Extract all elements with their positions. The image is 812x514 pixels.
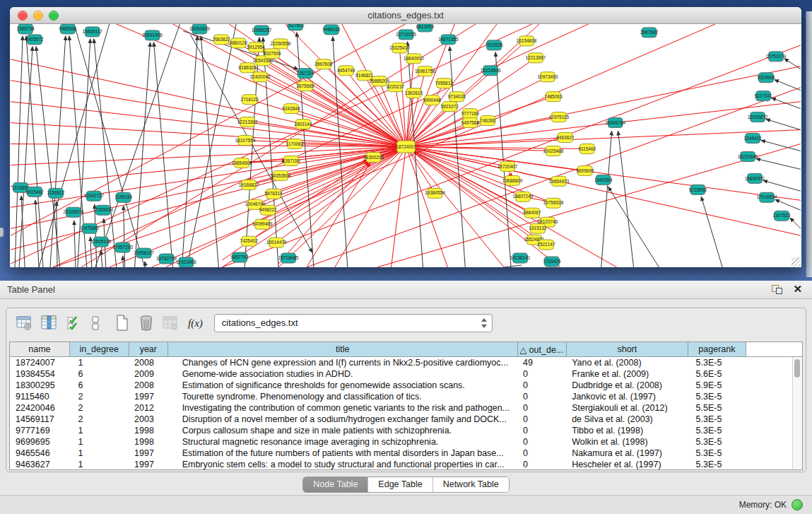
table-row[interactable]: 969969511998Structural magnetic resonanc…: [10, 436, 802, 448]
table-cell[interactable]: 9463627: [10, 459, 69, 470]
table-cell[interactable]: 5.5E-5: [688, 402, 746, 414]
table-cell[interactable]: 49: [517, 357, 566, 369]
table-cell[interactable]: Genome-wide association studies in ADHD.: [168, 368, 517, 380]
table-cell[interactable]: 5.3E-5: [688, 448, 746, 459]
table-cell[interactable]: Structural magnetic resonance image aver…: [168, 436, 517, 448]
table-cell[interactable]: 5.9E-5: [688, 380, 746, 391]
table-row[interactable]: 1830029562008Estimation of significance …: [10, 380, 802, 391]
table-cell[interactable]: 0: [517, 368, 566, 380]
float-panel-icon[interactable]: [772, 285, 782, 294]
table-cell[interactable]: Investigating the contribution of common…: [168, 402, 517, 414]
table-settings-icon[interactable]: [15, 314, 33, 332]
table-cell[interactable]: Embryonic stem cells: a model to study s…: [168, 459, 517, 470]
table-cell[interactable]: 5.3E-5: [688, 425, 746, 436]
column-header[interactable]: year: [129, 342, 168, 357]
table-cell[interactable]: 1: [69, 459, 129, 470]
table-cell[interactable]: 1997: [129, 448, 168, 459]
column-header[interactable]: name: [10, 342, 69, 357]
tab-node-table[interactable]: Node Table: [303, 477, 368, 492]
table-cell[interactable]: 22420046: [10, 402, 69, 414]
select-columns-icon[interactable]: [40, 314, 58, 332]
table-cell[interactable]: 1998: [129, 425, 168, 436]
delete-trash-icon[interactable]: [137, 314, 155, 332]
column-header[interactable]: △ out_de...: [517, 342, 566, 357]
table-cell[interactable]: 1: [69, 425, 129, 436]
table-cell[interactable]: 5.3E-5: [688, 357, 746, 369]
table-cell[interactable]: Corpus callosum shape and size in male p…: [168, 425, 517, 436]
table-row[interactable]: 1456911722003Disruption of a novel membe…: [10, 414, 802, 425]
table-cell[interactable]: 0: [517, 391, 566, 402]
scrollbar-thumb[interactable]: [794, 359, 800, 378]
network-view-window[interactable]: citations_edges.txt 13657342405572946554…: [10, 7, 801, 267]
table-cell[interactable]: 2: [69, 414, 129, 425]
table-cell[interactable]: Changes of HCN gene expression and I(f) …: [168, 357, 517, 369]
table-cell[interactable]: de Silva et al. (2003): [566, 414, 688, 425]
table-cell[interactable]: 14569117: [10, 414, 69, 425]
table-cell[interactable]: Jankovic et al. (1997): [566, 391, 688, 402]
table-cell[interactable]: Tibbo et al. (1998): [566, 425, 688, 436]
table-source-dropdown[interactable]: citations_edges.txt: [214, 314, 493, 332]
table-cell[interactable]: Dudbridge et al. (2008): [566, 380, 688, 391]
table-cell[interactable]: 9777169: [10, 425, 69, 436]
table-cell[interactable]: 0: [517, 414, 566, 425]
table-cell[interactable]: 0: [517, 448, 566, 459]
table-cell[interactable]: Estimation of the future numbers of pati…: [168, 448, 517, 459]
table-cell[interactable]: 1997: [129, 459, 168, 470]
new-document-icon[interactable]: [113, 314, 131, 332]
table-cell[interactable]: 0: [517, 459, 566, 470]
table-cell[interactable]: 2008: [129, 357, 168, 369]
table-cell[interactable]: Nakamura et al. (1997): [566, 448, 688, 459]
column-header[interactable]: title: [168, 342, 517, 357]
table-row[interactable]: 977716911998Corpus callosum shape and si…: [10, 425, 802, 436]
table-cell[interactable]: 6: [69, 368, 129, 380]
table-cell[interactable]: Hescheler et al. (1997): [566, 459, 688, 470]
table-cell[interactable]: 2: [69, 391, 129, 402]
table-cell[interactable]: 9699695: [10, 436, 69, 448]
table-cell[interactable]: 5.3E-5: [688, 436, 746, 448]
table-cell[interactable]: 2012: [129, 402, 168, 414]
table-cell[interactable]: 1997: [129, 391, 168, 402]
table-cell[interactable]: 5.3E-5: [688, 459, 746, 470]
tab-edge-table[interactable]: Edge Table: [368, 477, 433, 492]
table-cell[interactable]: 2: [69, 402, 129, 414]
table-cell[interactable]: 5.3E-5: [688, 391, 746, 402]
table-cell[interactable]: 5.3E-5: [688, 414, 746, 425]
table-cell[interactable]: 1: [69, 436, 129, 448]
close-panel-icon[interactable]: ✕: [793, 283, 802, 296]
table-cell[interactable]: 18724007: [10, 357, 69, 369]
table-cell[interactable]: 18300295: [10, 380, 69, 391]
network-window-titlebar[interactable]: citations_edges.txt: [10, 7, 801, 24]
table-cell[interactable]: 0: [517, 402, 566, 414]
table-cell[interactable]: 2009: [129, 368, 168, 380]
table-cell[interactable]: 0: [517, 436, 566, 448]
table-cell[interactable]: 0: [517, 425, 566, 436]
table-cell[interactable]: 19384554: [10, 368, 69, 380]
window-resize-grip[interactable]: [792, 257, 801, 267]
table-vertical-scrollbar[interactable]: [792, 357, 802, 469]
table-cell[interactable]: Yano et al. (2008): [566, 357, 688, 369]
column-header[interactable]: in_degree: [69, 342, 129, 357]
memory-status-indicator[interactable]: [792, 499, 803, 510]
table-cell[interactable]: 5.6E-5: [688, 368, 746, 380]
column-header[interactable]: short: [566, 342, 688, 357]
table-cell[interactable]: Tourette syndrome. Phenomenology and cla…: [168, 391, 517, 402]
unselect-rows-icon[interactable]: [89, 314, 102, 332]
table-row[interactable]: 946362711997Embryonic stem cells: a mode…: [10, 459, 802, 470]
graph-canvas[interactable]: 1365734240557294655461456911720691406160…: [10, 24, 801, 267]
table-row[interactable]: 1872400712008Changes of HCN gene express…: [10, 357, 802, 369]
table-cell[interactable]: 2008: [129, 380, 168, 391]
table-cell[interactable]: Wolkin et al. (1998): [566, 436, 688, 448]
column-header[interactable]: pagerank: [688, 342, 746, 357]
table-row[interactable]: 1938455462009Genome-wide association stu…: [10, 368, 802, 380]
table-cell[interactable]: 1: [69, 448, 129, 459]
select-all-icon[interactable]: [64, 314, 83, 332]
table-cell[interactable]: 1998: [129, 436, 168, 448]
table-row[interactable]: 911546021997Tourette syndrome. Phenomeno…: [10, 391, 802, 402]
table-row[interactable]: 946554611997Estimation of the future num…: [10, 448, 802, 459]
table-cell[interactable]: Estimation of significance thresholds fo…: [168, 380, 517, 391]
table-cell[interactable]: 9115460: [10, 391, 69, 402]
table-cell[interactable]: 9465546: [10, 448, 69, 459]
table-row[interactable]: 2242004622012Investigating the contribut…: [10, 402, 802, 414]
tab-network-table[interactable]: Network Table: [433, 477, 509, 492]
function-builder-icon[interactable]: f(x): [188, 317, 203, 329]
